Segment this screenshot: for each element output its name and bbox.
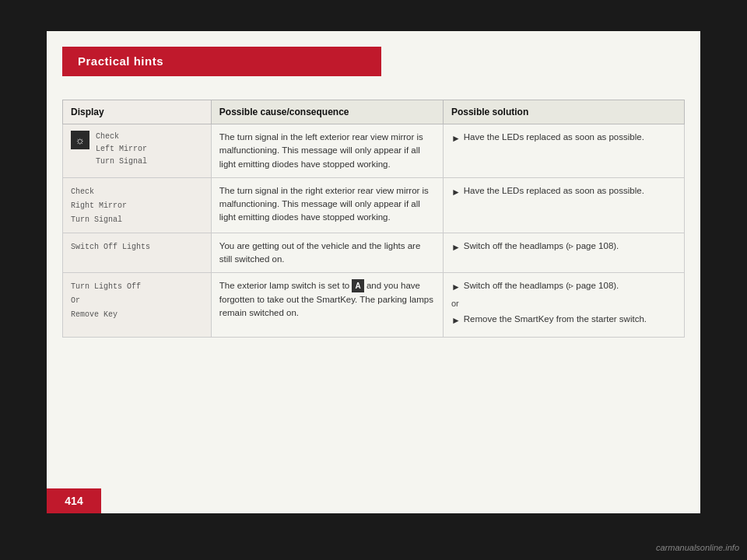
bullet-arrow: ► xyxy=(451,131,461,145)
col-solution: Possible solution xyxy=(443,100,684,124)
solution-text-2: Have the LEDs replaced as soon as possib… xyxy=(464,184,644,198)
solution-cell-3: ► Switch off the headlamps (▹ page 108). xyxy=(443,233,684,273)
or-divider: or xyxy=(451,297,676,310)
bullet-arrow: ► xyxy=(451,185,461,199)
table-row: ☼ CheckLeft MirrorTurn Signal The turn s… xyxy=(63,124,685,178)
bullet-arrow: ► xyxy=(451,280,461,294)
solution-item-3: ► Switch off the headlamps (▹ page 108). xyxy=(451,240,676,254)
solution-text-3: Switch off the headlamps (▹ page 108). xyxy=(464,240,619,253)
col-cause: Possible cause/consequence xyxy=(211,100,443,124)
display-text-3: Switch Off Lights xyxy=(71,243,150,251)
bullet-arrow: ► xyxy=(451,313,461,327)
solution-item-2: ► Have the LEDs replaced as soon as poss… xyxy=(451,184,676,199)
cause-cell-3: You are getting out of the vehicle and t… xyxy=(211,233,443,273)
solution-text-1: Have the LEDs replaced as soon as possib… xyxy=(464,131,644,144)
table-row: Turn Lights OffOrRemove Key The exterior… xyxy=(63,273,685,338)
table-row: Switch Off Lights You are getting out of… xyxy=(63,233,685,273)
table-header-row: Display Possible cause/consequence Possi… xyxy=(63,100,685,124)
solution-cell-4: ► Switch off the headlamps (▹ page 108).… xyxy=(443,273,684,338)
solution-text-4a: Switch off the headlamps (▹ page 108). xyxy=(464,279,619,292)
col-display: Display xyxy=(63,100,212,124)
bullet-arrow: ► xyxy=(451,240,461,254)
cause-text-1: The turn signal in the left exterior rea… xyxy=(219,132,423,169)
solution-text-4b: Remove the SmartKey from the starter swi… xyxy=(464,313,647,326)
page-title: Practical hints xyxy=(78,54,163,68)
badge-a: A xyxy=(352,279,363,292)
display-text-2: CheckRight MirrorTurn Signal xyxy=(71,187,127,224)
cause-text-3: You are getting out of the vehicle and t… xyxy=(219,241,421,264)
page-content: Practical hints Display Possible cause/c… xyxy=(47,31,700,513)
solution-item-4b: ► Remove the SmartKey from the starter s… xyxy=(451,313,676,327)
cause-cell-1: The turn signal in the left exterior rea… xyxy=(211,124,443,178)
display-text-1: CheckLeft MirrorTurn Signal xyxy=(96,131,147,168)
watermark: carmanualsonline.info xyxy=(656,543,739,552)
hints-table: Display Possible cause/consequence Possi… xyxy=(62,100,685,338)
table-container: Display Possible cause/consequence Possi… xyxy=(62,100,685,338)
solution-item-1: ► Have the LEDs replaced as soon as poss… xyxy=(451,131,676,145)
solution-cell-2: ► Have the LEDs replaced as soon as poss… xyxy=(443,177,684,233)
display-cell-1: ☼ CheckLeft MirrorTurn Signal xyxy=(63,124,212,178)
cause-text-4: The exterior lamp switch is set to A and… xyxy=(219,281,433,317)
solution-item-4a: ► Switch off the headlamps (▹ page 108). xyxy=(451,279,676,294)
table-row: CheckRight MirrorTurn Signal The turn si… xyxy=(63,177,685,233)
display-cell-3: Switch Off Lights xyxy=(63,233,212,273)
page-number: 414 xyxy=(47,488,101,513)
display-text-4: Turn Lights OffOrRemove Key xyxy=(71,282,141,319)
cause-cell-2: The turn signal in the right exterior re… xyxy=(211,177,443,233)
cause-text-2: The turn signal in the right exterior re… xyxy=(219,186,429,222)
warning-icon: ☼ xyxy=(71,131,89,149)
display-cell-4: Turn Lights OffOrRemove Key xyxy=(63,273,212,338)
display-cell-2: CheckRight MirrorTurn Signal xyxy=(63,177,212,233)
cause-cell-4: The exterior lamp switch is set to A and… xyxy=(211,273,443,338)
header-banner: Practical hints xyxy=(62,47,381,76)
solution-cell-1: ► Have the LEDs replaced as soon as poss… xyxy=(443,124,684,178)
